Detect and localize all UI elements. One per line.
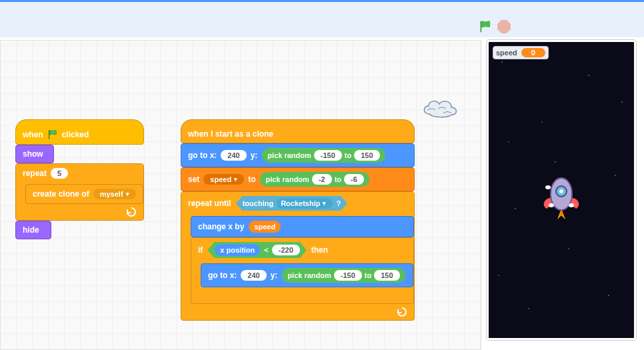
repeat-block[interactable]: repeat 5 create clone of myself bbox=[15, 163, 144, 221]
rand-to-input[interactable]: 150 bbox=[354, 150, 379, 161]
rand-from-input[interactable]: -150 bbox=[314, 150, 342, 161]
label: create clone of bbox=[33, 189, 89, 199]
svg-point-3 bbox=[549, 203, 554, 207]
pick-random-reporter[interactable]: pick random -150 to 150 bbox=[282, 268, 405, 283]
touching-target-dropdown[interactable]: Rocketship bbox=[277, 198, 333, 209]
script-stack-2[interactable]: when I start as a clone go to x: 240 y: … bbox=[181, 119, 415, 321]
stage[interactable]: speed 0 bbox=[487, 40, 636, 340]
label: y: bbox=[251, 151, 258, 160]
label: show bbox=[23, 149, 43, 159]
pick-random-reporter[interactable]: pick random -2 to -6 bbox=[260, 172, 369, 187]
script-stack-1[interactable]: when clicked show repeat 5 create clone … bbox=[15, 119, 144, 239]
label: y: bbox=[271, 271, 278, 280]
touching-boolean[interactable]: touching Rocketship ? bbox=[236, 196, 347, 211]
label: if bbox=[198, 245, 203, 255]
if-block[interactable]: if x position < -220 then bbox=[191, 237, 414, 304]
label: go to x: bbox=[208, 271, 237, 280]
svg-point-4 bbox=[569, 203, 574, 207]
label: then bbox=[311, 245, 328, 255]
variable-reporter[interactable]: speed bbox=[249, 221, 281, 233]
label: hide bbox=[23, 225, 39, 235]
compare-value-input[interactable]: -220 bbox=[272, 245, 300, 255]
variable-dropdown[interactable]: speed bbox=[203, 174, 244, 185]
label: touching bbox=[243, 199, 273, 207]
repeat-times-input[interactable]: 5 bbox=[51, 168, 68, 179]
label: to bbox=[248, 175, 255, 184]
rocketship-sprite[interactable] bbox=[535, 169, 588, 222]
x-position-reporter[interactable]: x position bbox=[215, 244, 260, 256]
label: pick random bbox=[267, 151, 311, 159]
label: repeat until bbox=[188, 199, 231, 208]
label: when I start as a clone bbox=[188, 129, 273, 139]
stage-panel: speed 0 bbox=[487, 40, 641, 350]
goto-xy-block[interactable]: go to x: 240 y: pick random -150 to 150 bbox=[201, 263, 413, 287]
variable-name: speed bbox=[496, 49, 517, 57]
green-flag-button[interactable] bbox=[479, 19, 492, 34]
clone-target-dropdown[interactable]: myself bbox=[93, 189, 136, 199]
show-block[interactable]: show bbox=[15, 145, 54, 163]
cloud-sprite-icon bbox=[419, 94, 461, 119]
less-than-boolean[interactable]: x position < -220 bbox=[207, 242, 306, 258]
rand-to-input[interactable]: -6 bbox=[344, 174, 364, 185]
top-bar bbox=[0, 0, 644, 37]
loop-arrow-icon bbox=[126, 207, 138, 217]
rand-to-input[interactable]: 150 bbox=[374, 270, 399, 281]
when-start-as-clone-block[interactable]: when I start as a clone bbox=[181, 119, 415, 143]
x-input[interactable]: 240 bbox=[221, 150, 246, 161]
scripts-area[interactable]: when clicked show repeat 5 create clone … bbox=[0, 40, 481, 350]
label: ? bbox=[336, 199, 341, 207]
label: pick random bbox=[265, 175, 309, 183]
hide-block[interactable]: hide bbox=[15, 221, 51, 239]
label: repeat bbox=[23, 169, 47, 178]
rand-from-input[interactable]: -150 bbox=[334, 270, 362, 281]
label: clicked bbox=[62, 130, 89, 139]
label: set bbox=[188, 175, 199, 184]
label: to bbox=[365, 271, 371, 279]
svg-point-2 bbox=[559, 189, 563, 193]
variable-monitor[interactable]: speed 0 bbox=[493, 46, 549, 59]
green-flag-icon bbox=[47, 129, 58, 140]
stop-button[interactable] bbox=[497, 20, 511, 33]
loop-arrow-icon bbox=[397, 307, 409, 317]
label: to bbox=[345, 151, 351, 159]
pick-random-reporter[interactable]: pick random -150 to 150 bbox=[262, 148, 385, 163]
label: change x by bbox=[198, 222, 244, 231]
x-input[interactable]: 240 bbox=[241, 270, 266, 281]
label: go to x: bbox=[188, 151, 217, 160]
svg-point-5 bbox=[545, 185, 551, 189]
label: < bbox=[264, 246, 268, 254]
repeat-until-block[interactable]: repeat until touching Rocketship ? chang… bbox=[181, 191, 415, 321]
when-flag-clicked-block[interactable]: when clicked bbox=[15, 119, 144, 145]
stage-controls bbox=[476, 17, 511, 37]
label: when bbox=[23, 130, 43, 139]
rand-from-input[interactable]: -2 bbox=[312, 174, 332, 185]
change-x-block[interactable]: change x by speed bbox=[191, 216, 414, 237]
variable-value: 0 bbox=[521, 48, 545, 57]
create-clone-block[interactable]: create clone of myself bbox=[25, 184, 143, 204]
set-variable-block[interactable]: set speed to pick random -2 to -6 bbox=[181, 167, 415, 191]
label: pick random bbox=[287, 271, 331, 279]
goto-xy-block[interactable]: go to x: 240 y: pick random -150 to 150 bbox=[181, 143, 415, 167]
label: to bbox=[335, 175, 341, 183]
